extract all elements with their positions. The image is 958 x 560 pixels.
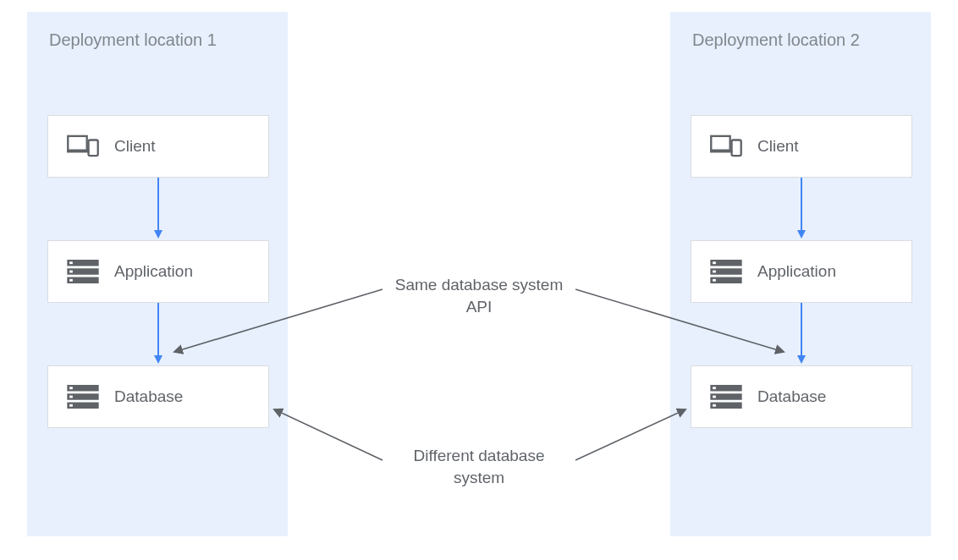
node-database-left: Database xyxy=(47,365,269,428)
svg-rect-2 xyxy=(89,140,98,156)
svg-rect-8 xyxy=(69,279,73,282)
svg-rect-28 xyxy=(713,396,716,398)
node-database-right: Database xyxy=(691,365,912,428)
annotation-same-api: Same database system API xyxy=(386,274,572,317)
svg-rect-23 xyxy=(713,279,716,282)
node-client-right-label: Client xyxy=(757,137,799,156)
arrow-diff-db-to-left xyxy=(274,409,383,460)
node-client-right: Client xyxy=(691,115,912,178)
svg-rect-27 xyxy=(713,387,716,389)
svg-rect-16 xyxy=(710,151,732,153)
svg-rect-12 xyxy=(69,387,73,389)
svg-rect-21 xyxy=(713,261,716,264)
diagram-canvas: Deployment location 1 Deployment locatio… xyxy=(0,0,958,560)
svg-rect-0 xyxy=(68,136,86,151)
svg-rect-14 xyxy=(69,404,73,407)
node-application-right: Application xyxy=(691,240,912,303)
svg-rect-15 xyxy=(711,136,730,151)
svg-rect-29 xyxy=(713,404,716,407)
devices-icon xyxy=(67,134,99,159)
svg-rect-22 xyxy=(713,271,716,273)
server-icon xyxy=(67,259,99,284)
svg-rect-6 xyxy=(69,261,73,264)
node-client-left: Client xyxy=(47,115,269,178)
region-1-title: Deployment location 1 xyxy=(49,30,271,50)
server-icon xyxy=(67,384,99,409)
arrow-diff-db-to-right xyxy=(575,409,685,460)
annotation-diff-db: Different database system xyxy=(386,445,572,488)
node-database-left-label: Database xyxy=(114,387,183,406)
svg-rect-13 xyxy=(69,396,73,398)
server-icon xyxy=(710,384,742,409)
node-application-left: Application xyxy=(47,240,269,303)
devices-icon xyxy=(710,134,742,159)
svg-rect-17 xyxy=(732,140,741,156)
node-application-right-label: Application xyxy=(757,262,836,281)
node-client-left-label: Client xyxy=(114,137,156,156)
node-application-left-label: Application xyxy=(114,262,193,281)
node-database-right-label: Database xyxy=(757,387,826,406)
region-2-title: Deployment location 2 xyxy=(692,30,914,50)
svg-rect-1 xyxy=(67,151,89,153)
svg-rect-7 xyxy=(69,271,73,273)
server-icon xyxy=(710,259,742,284)
